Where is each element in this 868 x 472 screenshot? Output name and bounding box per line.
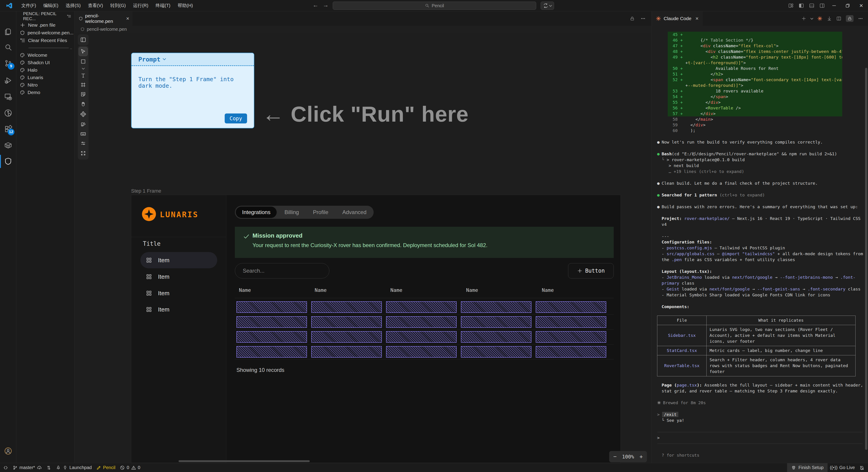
finish-setup-button[interactable]: Finish Setup (787, 463, 828, 472)
frame-label[interactable]: Step 1 Frame (131, 188, 161, 194)
settings-sliders-tool[interactable] (78, 138, 89, 148)
menu-item[interactable]: 查看(V) (84, 0, 107, 11)
design-table-row[interactable] (235, 329, 614, 345)
shape-tool-expander[interactable] (78, 66, 89, 71)
fullscreen-tool[interactable] (78, 148, 89, 158)
design-tab-profile[interactable]: Profile (307, 209, 335, 215)
more-actions-icon[interactable] (858, 16, 863, 21)
menu-item[interactable]: 帮助(H) (174, 0, 197, 11)
hand-tool[interactable] (78, 99, 89, 109)
keyboard-shortcuts-tool[interactable] (78, 129, 89, 138)
tab-close-icon[interactable]: × (126, 15, 129, 22)
frame-tool[interactable] (78, 80, 89, 90)
menu-item[interactable]: 运行(R) (129, 0, 152, 11)
scroll-to-bottom-icon[interactable] (827, 16, 832, 21)
nav-forward-icon[interactable]: → (323, 2, 329, 8)
container-icon[interactable] (0, 140, 16, 151)
go-live-button[interactable]: ((•)) Go Live (828, 463, 857, 472)
command-search-input[interactable]: Pencil (333, 2, 536, 10)
account-icon[interactable] (0, 445, 16, 457)
restore-button[interactable] (841, 0, 855, 11)
copy-button[interactable]: Copy (225, 114, 247, 123)
toggle-layers-panel-button[interactable] (78, 34, 89, 45)
pencil-view-icon[interactable] (0, 156, 16, 167)
terminal-text: Layout (layout.tsx): (662, 269, 712, 274)
design-add-button[interactable]: Button (568, 263, 614, 279)
gitlens-icon[interactable] (0, 107, 16, 119)
notifications-button[interactable] (857, 463, 868, 472)
clear-list-icon[interactable] (67, 14, 71, 19)
search-view-icon[interactable] (0, 42, 16, 53)
design-tab-integrations[interactable]: Integrations (236, 207, 277, 218)
design-table-row[interactable] (235, 345, 614, 359)
pencil-status[interactable]: Pencil (94, 463, 118, 472)
recent-file-item[interactable]: Lunaris (16, 74, 74, 81)
close-button[interactable]: × (855, 0, 868, 11)
recent-file-item[interactable]: Halo (16, 66, 74, 74)
nav-back-icon[interactable]: ← (313, 2, 318, 8)
chevron-down-icon[interactable] (810, 17, 813, 20)
zoom-out-button[interactable]: − (613, 453, 617, 460)
recent-file-item[interactable]: Nitro (16, 81, 74, 89)
design-nav-item[interactable]: Item (141, 285, 217, 301)
note-tool[interactable] (78, 90, 89, 99)
split-editor-icon[interactable] (836, 16, 841, 21)
remote-indicator[interactable] (0, 463, 10, 472)
panel-tab-close-icon[interactable]: × (695, 15, 699, 22)
recent-file-item[interactable]: Shadcn UI (16, 59, 74, 66)
recent-file-item[interactable]: Welcome (16, 51, 74, 59)
tab-claude-code[interactable]: Claude Code × (652, 11, 703, 26)
design-frame[interactable]: LUNARIS Title ItemItemItemItem Integrati… (131, 195, 621, 463)
design-table-row[interactable] (235, 300, 614, 315)
new-pen-file-item[interactable]: New .pen file (16, 21, 74, 29)
toggle-sidebar-icon[interactable] (796, 0, 807, 11)
explorer-icon[interactable] (0, 26, 16, 37)
claude-spark-icon[interactable] (817, 16, 822, 21)
remote-explorer-icon[interactable] (0, 91, 16, 102)
layout-sync-button[interactable] (541, 2, 554, 10)
design-tab-advanced[interactable]: Advanced (336, 209, 373, 215)
source-control-icon[interactable]: 9 (0, 58, 16, 69)
design-tab-billing[interactable]: Billing (278, 209, 305, 215)
tab-pencil-welcome[interactable]: pencil-welcome.pen × (74, 11, 132, 26)
git-branch-status[interactable]: master* (10, 463, 44, 472)
more-actions-icon[interactable] (641, 16, 646, 21)
select-tool[interactable] (79, 47, 88, 56)
minimize-button[interactable] (827, 0, 841, 11)
panel-scrollbar[interactable] (865, 68, 867, 450)
claude-terminal[interactable]: 45+46+ {/* Table Section */}47+ <div cla… (652, 26, 868, 463)
design-search-input[interactable]: Search... (235, 263, 329, 279)
menu-item[interactable]: 终端(T) (152, 0, 174, 11)
compare-changes-status[interactable] (44, 463, 54, 472)
text-tool[interactable] (78, 71, 89, 80)
clear-recent-files-item[interactable]: Clear Recent Files (16, 37, 74, 44)
design-nav-item[interactable]: Item (141, 269, 217, 285)
launchpad-status[interactable]: Launchpad (54, 463, 94, 472)
lock-icon[interactable] (630, 16, 635, 21)
breadcrumb[interactable]: pencil-welcome.pen (74, 26, 651, 33)
components-tool[interactable] (78, 109, 89, 119)
design-nav-item[interactable]: Item (141, 252, 217, 268)
menu-item[interactable]: 选择(S) (62, 0, 84, 11)
toggle-secondary-sidebar-icon[interactable] (817, 0, 827, 11)
rectangle-tool[interactable] (78, 57, 89, 66)
menu-item[interactable]: 文件(F) (18, 0, 40, 11)
recent-pen-file-item[interactable]: pencil-welcome.pen... (16, 29, 74, 37)
new-session-icon[interactable] (801, 16, 806, 21)
menu-item[interactable]: 编辑(E) (40, 0, 62, 11)
toggle-panel-icon[interactable] (807, 0, 817, 11)
menu-item[interactable]: 转到(G) (107, 0, 129, 11)
recent-file-item[interactable]: Demo (16, 89, 74, 96)
styles-tool[interactable] (78, 119, 89, 129)
canvas-horizontal-scrollbar[interactable] (179, 460, 310, 462)
run-debug-icon[interactable] (0, 75, 16, 86)
problems-status[interactable]: 0 0 (118, 463, 143, 472)
design-nav-item[interactable]: Item (141, 301, 217, 318)
lock-toggle[interactable] (846, 15, 854, 22)
extensions-icon[interactable]: 12 (0, 124, 16, 134)
customize-layout-icon[interactable] (786, 0, 796, 11)
zoom-in-button[interactable]: + (640, 453, 643, 460)
prompt-card-header[interactable]: Prompt (131, 53, 254, 66)
design-table-row[interactable] (235, 315, 614, 329)
pencil-canvas[interactable]: Prompt Turn the "Step 1 Frame" into dark… (74, 33, 651, 463)
